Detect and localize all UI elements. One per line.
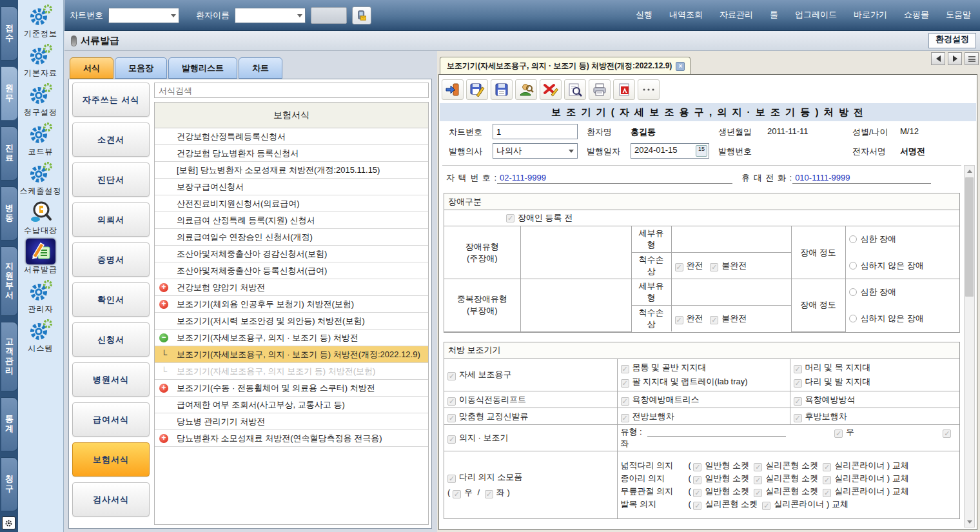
checkbox[interactable] (621, 414, 629, 422)
list-item[interactable]: 보조기기(수동 · 전동휠체어 및 의료용 스쿠터) 처방전 (155, 380, 428, 397)
exit-button[interactable] (442, 79, 464, 100)
severity-severe-option[interactable]: 심한 장애 (845, 226, 959, 253)
radio[interactable] (849, 315, 857, 322)
list-item[interactable]: 보조기기(체외용 인공후두 보청기) 처방전(보험) (155, 296, 428, 313)
category-favorites-button[interactable]: 자주쓰는 서식 (72, 83, 150, 117)
main-disability-type-field[interactable] (520, 226, 631, 279)
list-item[interactable]: 의료급여일수 연장승인 신청서(개정) (155, 229, 428, 246)
checkbox[interactable] (710, 316, 718, 324)
checkbox[interactable] (447, 435, 456, 444)
issue-doctor-select[interactable]: 나의사 (493, 143, 578, 159)
category-confirmation[interactable]: 확인서 (72, 282, 150, 317)
module-base-info[interactable]: 기준정보 (19, 1, 62, 39)
checkbox[interactable] (621, 365, 629, 373)
menu-upgrade[interactable]: 업그레이드 (795, 9, 837, 21)
sidebar-tab-customer[interactable]: 고객관리 (1, 322, 18, 391)
device-shoes[interactable]: 맞춤형 교정신발류 (444, 408, 617, 425)
checkbox[interactable] (506, 214, 514, 222)
sidebar-tab-support[interactable]: 지원부서 (1, 246, 18, 316)
category-certificate[interactable]: 증명서 (72, 242, 150, 277)
environment-settings-button[interactable]: 환경설정 (928, 33, 976, 48)
radio[interactable] (849, 262, 857, 270)
list-item-selected[interactable]: └보조기기(자세보조용구, 의지 · 보조기 등) 처방전(개정:2022.12… (155, 346, 428, 363)
device-mattress[interactable]: 욕창예방매트리스 (617, 391, 790, 408)
checkbox[interactable] (823, 489, 831, 497)
category-hospital-forms[interactable]: 병원서식 (72, 362, 150, 397)
device-front-walker[interactable]: 전방보행차 (617, 408, 790, 425)
checkbox[interactable] (675, 316, 683, 324)
checkbox[interactable] (710, 263, 718, 271)
checkbox[interactable] (675, 263, 683, 271)
checkbox[interactable] (794, 379, 802, 388)
chart-no-combo[interactable] (108, 8, 179, 23)
chart-no-input[interactable] (493, 124, 578, 139)
checkbox[interactable] (794, 414, 802, 422)
device-lift[interactable]: 이동식전동리프트 (444, 391, 617, 408)
category-application[interactable]: 신청서 (72, 322, 150, 357)
detail-type-field[interactable] (671, 226, 791, 253)
module-code-view[interactable]: 코드뷰 (19, 119, 62, 157)
sidebar-tab-ward[interactable]: 병동 (1, 186, 18, 241)
category-diagnosis[interactable]: 진단서 (72, 163, 150, 197)
list-item[interactable]: 당뇨병 관리기기 처방전 (155, 413, 428, 430)
leg-consumables-cell[interactable]: 다리 의지 소모품 ( 우 / 좌 ) (444, 451, 617, 518)
device-prosthesis[interactable]: 의지 · 보조기 (444, 425, 617, 451)
list-item[interactable]: 급여제한 여부 조회서(사고부상, 교통사고 등) (155, 397, 428, 413)
scroll-down-button[interactable] (965, 517, 974, 527)
category-referral[interactable]: 의뢰서 (72, 202, 150, 237)
document-tab[interactable]: 보조기기(자세보조용구, 의지 · 보조기 등) 처방전(개정:2022.12.… (440, 57, 691, 75)
checkbox[interactable] (834, 429, 843, 438)
list-item[interactable]: 당뇨병환자 소모성재료 처방전(연속혈당측정용 전극용) (155, 430, 428, 447)
checkbox[interactable] (447, 475, 456, 483)
checkbox[interactable] (621, 397, 629, 406)
secondary-disability-type-field[interactable] (520, 279, 631, 332)
scroll-up-button[interactable] (965, 166, 974, 176)
menu-tools[interactable]: 툴 (770, 9, 778, 21)
module-schedule-settings[interactable]: 스케줄설정 (19, 159, 62, 197)
menu-help[interactable]: 도움말 (946, 9, 971, 21)
checkbox[interactable] (693, 476, 701, 484)
checkbox[interactable] (447, 414, 456, 422)
module-payment-ledger[interactable]: 수납대장 (19, 198, 62, 236)
list-item[interactable]: 조산아및저체중출산아 등록신청서(급여) (155, 262, 428, 279)
checkbox[interactable] (485, 490, 493, 498)
checkbox[interactable] (794, 365, 802, 373)
list-item[interactable]: 보조기기(저시력 보조안경 및 의안등) 처방전(보험) (155, 313, 428, 330)
list-item[interactable]: 건강보험 양압기 처방전 (155, 279, 428, 296)
list-item[interactable]: 보장구급여신청서 (155, 179, 428, 195)
blank-action-button[interactable] (311, 7, 347, 24)
tab-collection[interactable]: 모음장 (115, 57, 167, 79)
checkbox[interactable] (823, 476, 831, 484)
sidebar-tab-treatment[interactable]: 진료 (1, 126, 18, 181)
patient-search-button[interactable] (515, 79, 537, 100)
preview-button[interactable] (564, 79, 586, 100)
print-button[interactable] (589, 79, 611, 100)
checkbox[interactable] (693, 489, 701, 497)
list-item[interactable]: 의료급여 산정특례 등록(지원) 신청서 (155, 212, 428, 229)
device-posture-aid[interactable]: 자세 보조용구 (444, 359, 617, 391)
mobile-phone-value[interactable]: 010-1111-9999 (792, 173, 931, 184)
checkbox[interactable] (447, 397, 456, 406)
more-button[interactable] (638, 79, 660, 100)
sidebar-tab-stats[interactable]: 통계 (1, 397, 18, 451)
checkbox[interactable] (447, 372, 456, 380)
checkbox[interactable] (823, 463, 831, 471)
tab-prev-button[interactable] (931, 52, 945, 65)
module-claim-settings[interactable]: 청구설정 (19, 80, 62, 118)
delete-button[interactable] (540, 79, 562, 100)
category-insurance-forms[interactable]: 보험서식 (72, 442, 150, 477)
checkbox[interactable] (943, 429, 951, 438)
checkbox[interactable] (693, 502, 701, 510)
expand-plus-icon[interactable] (159, 434, 168, 443)
menu-data-mgmt[interactable]: 자료관리 (720, 9, 753, 21)
menu-run[interactable]: 실행 (636, 9, 652, 21)
mini-gear-window-icon[interactable] (2, 517, 15, 529)
menu-history[interactable]: 내역조회 (669, 9, 703, 21)
checkbox[interactable] (762, 502, 770, 510)
checkbox[interactable] (453, 490, 461, 498)
form-scrollbar[interactable] (964, 165, 975, 527)
module-basic-data[interactable]: 기본자료 (19, 41, 62, 79)
expand-plus-icon[interactable] (159, 300, 168, 309)
list-item-disabled[interactable]: └보조기기(자세보조용구, 의지 보조기 등) 처방전(보험) (155, 363, 428, 380)
form-search-input[interactable] (154, 83, 429, 98)
